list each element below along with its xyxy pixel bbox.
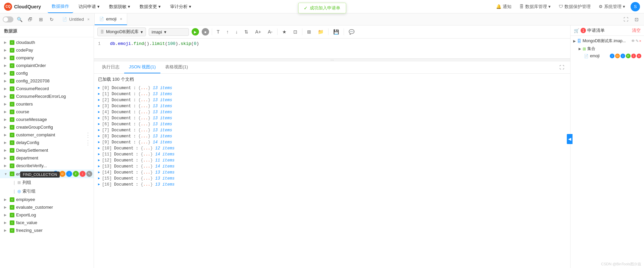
action-eye-icon[interactable]: 👁 <box>631 39 635 43</box>
tree-item-department[interactable]: ▶ c department <box>0 154 94 162</box>
tab-close-untitled[interactable]: × <box>87 17 90 22</box>
expand-doc-arrow[interactable]: ▶ <box>98 122 100 126</box>
action-edit-icon[interactable]: ✎ <box>636 39 639 43</box>
action-btn-close[interactable]: ✎ <box>86 171 92 177</box>
tab-json-view[interactable]: JSON 视图(1) <box>124 61 160 73</box>
action-d[interactable]: D <box>615 54 620 58</box>
tree-item-employee[interactable]: ▶ c employee <box>0 196 94 203</box>
code-editor[interactable]: 1 db.emoji.find().limit(100).skip(0) <box>94 39 570 59</box>
tree-item-evaluate-customer[interactable]: ▶ c evaluate_customer <box>0 203 94 211</box>
action-i2[interactable]: i <box>621 54 625 58</box>
collection-selector[interactable]: imapi ▾ <box>149 28 189 36</box>
nav-item-access[interactable]: 访问申请 ▾ <box>75 2 104 11</box>
expand-doc-arrow[interactable]: ▶ <box>98 140 100 144</box>
tree-item-freezing-user[interactable]: ▶ c freezing_user <box>0 226 94 234</box>
format-btn[interactable]: T <box>215 28 222 35</box>
more-icon[interactable]: ⋮ <box>85 132 91 138</box>
star-btn[interactable]: ★ <box>280 28 289 35</box>
nav-item-desensitize[interactable]: 数据脱敏 ▾ <box>105 2 134 11</box>
tab-exec-log[interactable]: 执行日志 <box>97 61 124 73</box>
expand-doc-arrow[interactable]: ▶ <box>98 128 100 132</box>
nav-item-audit[interactable]: 审计分析 ▾ <box>166 2 195 11</box>
import-btn[interactable]: 📁 <box>316 28 326 35</box>
expand-doc-arrow[interactable]: ▶ <box>98 176 100 180</box>
action-btn-delete[interactable]: i <box>80 171 86 177</box>
tree-item-describeverify[interactable]: ▶ c describeVerify... FIND_COLLECTION <box>0 162 94 170</box>
right-tree-emoji-item[interactable]: 📄 emoji i D i F i × <box>571 53 644 59</box>
data-protection-btn[interactable]: 🛡 数据保护管理 <box>556 2 593 11</box>
expand-doc-arrow[interactable]: ▶ <box>98 98 100 102</box>
right-tree-collection-group[interactable]: ▶ ⊞ 集合 <box>571 45 644 53</box>
tab-emoji[interactable]: 📄 emoji × <box>95 13 127 25</box>
font-large-btn[interactable]: A+ <box>253 28 263 35</box>
action-f[interactable]: F <box>626 54 631 58</box>
refresh-icon-btn[interactable]: ↻ <box>47 15 56 24</box>
tree-item-complaintorder[interactable]: ▶ c complaintOrder <box>0 62 94 69</box>
action-btn-info2[interactable]: i <box>66 171 72 177</box>
fullscreen-icon-btn[interactable]: ⛶ <box>621 15 631 24</box>
tree-item-coursemessage[interactable]: ▶ c courseMessage <box>0 116 94 123</box>
expand-doc-arrow[interactable]: ▶ <box>98 152 100 156</box>
action-close[interactable]: × <box>637 54 641 58</box>
expand-doc-arrow[interactable]: ▶ <box>98 92 100 96</box>
tree-subitem-columns[interactable]: │ ⊞ 列组 <box>0 178 94 187</box>
stop-button[interactable]: ■ <box>202 28 209 36</box>
notification-btn[interactable]: 🔔 通知 <box>493 2 514 11</box>
tab-close-emoji[interactable]: × <box>120 17 122 21</box>
tree-item-counters[interactable]: ▶ c counters <box>0 100 94 108</box>
tree-item-customer-complaint[interactable]: ▶ c customer_complaint ⋮ <box>0 131 94 139</box>
nav-item-data-ops[interactable]: 数据操作 <box>48 0 73 13</box>
expand-doc-arrow[interactable]: ▶ <box>98 170 100 174</box>
table-btn[interactable]: ⊞ <box>305 28 313 35</box>
expand-result-btn[interactable]: ⛶ <box>557 63 567 71</box>
tab-untitled[interactable]: 📄 Untitled × <box>58 13 95 25</box>
toggle-sidebar[interactable] <box>3 16 13 22</box>
comment-btn[interactable]: 💬 <box>347 28 356 35</box>
db-manage-btn[interactable]: 🗄 数据库管理 ▾ <box>517 2 553 11</box>
tree-item-exportlog[interactable]: ▶ c ExportLog <box>0 211 94 219</box>
expand-doc-arrow[interactable]: ▶ <box>98 116 100 120</box>
action-btn-find[interactable]: F <box>73 171 79 177</box>
expand-doc-arrow[interactable]: ▶ <box>98 110 100 114</box>
save-btn[interactable]: 💾 <box>331 28 341 35</box>
expand-doc-arrow[interactable]: ▶ <box>98 146 100 150</box>
tree-item-delayconfig[interactable]: ▶ c delayConfig ⋮ <box>0 139 94 146</box>
resize-handle[interactable]: ⋯ <box>94 59 570 61</box>
right-tree-db[interactable]: ▶ 🗄 MongoDB测试库.imap... 👁 ✎ × <box>571 37 644 45</box>
font-small-btn[interactable]: A- <box>266 28 275 35</box>
tree-item-course[interactable]: ▶ c course <box>0 108 94 116</box>
tree-item-codepay[interactable]: ▶ c codePay <box>0 46 94 54</box>
copy-icon-btn[interactable]: ⊞ <box>36 15 46 24</box>
tree-item-delaysettlement[interactable]: ▶ c DelaySettlement <box>0 146 94 154</box>
tree-item-company[interactable]: ▶ c company <box>0 54 94 62</box>
panel-icon-btn[interactable]: ⊡ <box>632 15 641 24</box>
tree-item-config[interactable]: ▶ c config <box>0 69 94 77</box>
action-btn-data[interactable]: D <box>59 171 65 177</box>
tree-item-consumerecorderrorlog[interactable]: ▶ c ConsumeRecordErrorLog <box>0 92 94 100</box>
more-icon[interactable]: ⋮ <box>85 140 91 146</box>
copy2-btn[interactable]: ⊡ <box>291 28 299 35</box>
tree-item-cloudauth[interactable]: ▶ c cloudauth <box>0 39 94 46</box>
new-window-icon-btn[interactable]: 🗗 <box>26 15 35 24</box>
clear-button[interactable]: 清空 <box>632 27 641 34</box>
action-i3[interactable]: i <box>631 54 636 58</box>
uppercase-btn[interactable]: ↑ <box>224 28 231 35</box>
sort-asc-btn[interactable]: ⇅ <box>242 28 250 35</box>
lowercase-btn[interactable]: ↓ <box>233 28 240 35</box>
action-close-icon[interactable]: × <box>639 39 641 43</box>
tree-item-consumerecord[interactable]: ▶ c ConsumeRecord <box>0 85 94 92</box>
tree-item-face-value[interactable]: ▶ c face_value <box>0 219 94 226</box>
avatar[interactable]: S <box>631 2 640 11</box>
search-icon-btn[interactable]: 🔍 <box>15 15 24 24</box>
expand-doc-arrow[interactable]: ▶ <box>98 134 100 138</box>
tree-item-creategroupconfig[interactable]: ▶ c createGroupConfig <box>0 123 94 131</box>
expand-doc-arrow[interactable]: ▶ <box>98 86 100 90</box>
run-button[interactable]: ▶ <box>192 28 199 36</box>
tree-subitem-index[interactable]: │ ◎ 索引组 <box>0 187 94 196</box>
tree-item-config20220708[interactable]: ▶ c config_20220708 <box>0 77 94 85</box>
panel-toggle[interactable]: ◀ <box>570 134 573 144</box>
expand-doc-arrow[interactable]: ▶ <box>98 158 100 162</box>
nav-item-data-change[interactable]: 数据变更 ▾ <box>136 2 165 11</box>
expand-doc-arrow[interactable]: ▶ <box>98 104 100 108</box>
action-i1[interactable]: i <box>610 54 614 58</box>
